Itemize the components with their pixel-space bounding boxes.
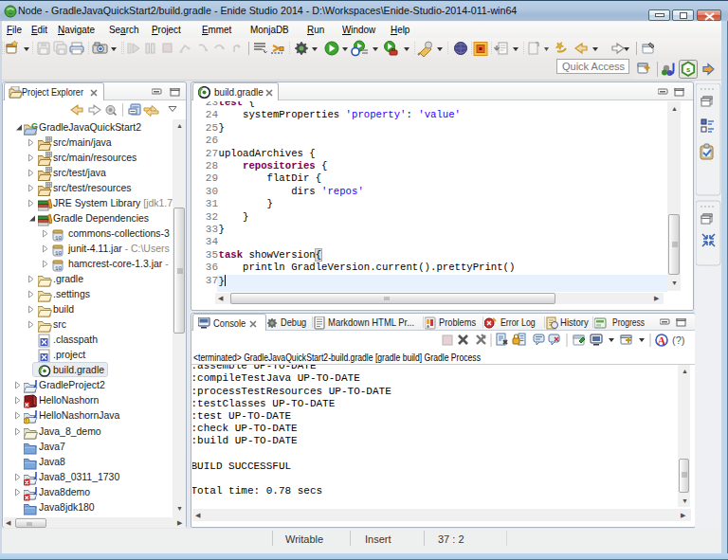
svg-text:G: G	[31, 121, 38, 131]
svg-text:A: A	[658, 334, 666, 348]
svg-text:(?): (?)	[672, 334, 684, 346]
svg-text:s: s	[686, 65, 690, 74]
